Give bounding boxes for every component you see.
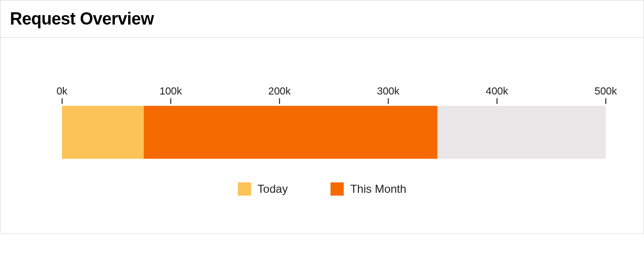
legend-label: This Month (350, 182, 407, 196)
card-body: 0k100k200k300k400k500k TodayThis Month (0, 38, 644, 233)
axis-tick: 400k (486, 85, 508, 104)
bar-track (62, 106, 606, 159)
axis-tick-label: 200k (268, 85, 291, 97)
card-header: Request Overview (0, 0, 644, 38)
axis-tick-mark (388, 98, 389, 104)
axis-tick: 500k (594, 85, 617, 104)
bar-segment-this-month (144, 106, 437, 159)
axis-tick: 100k (159, 85, 182, 104)
legend-item-today: Today (238, 182, 288, 196)
request-overview-card: Request Overview 0k100k200k300k400k500k … (0, 0, 644, 234)
chart-area: 0k100k200k300k400k500k TodayThis Month (38, 85, 606, 196)
legend-swatch (238, 182, 251, 196)
legend-item-this-month: This Month (331, 182, 407, 196)
axis-tick-label: 0k (56, 85, 67, 97)
axis-tick-mark (170, 98, 171, 104)
bar-segment-today (62, 106, 144, 159)
x-axis: 0k100k200k300k400k500k (62, 85, 606, 104)
axis-tick: 0k (56, 85, 67, 104)
axis-tick-label: 400k (486, 85, 508, 97)
axis-tick-mark (61, 98, 62, 104)
legend: TodayThis Month (38, 182, 606, 196)
axis-tick: 300k (377, 85, 400, 104)
axis-tick: 200k (268, 85, 291, 104)
axis-tick-mark (496, 98, 497, 104)
legend-label: Today (258, 182, 288, 196)
card-title: Request Overview (10, 9, 634, 29)
axis-tick-label: 100k (159, 85, 182, 97)
axis-tick-label: 300k (377, 85, 400, 97)
axis-tick-mark (605, 98, 606, 104)
legend-swatch (331, 182, 344, 196)
axis-tick-mark (279, 98, 280, 104)
axis-tick-label: 500k (594, 85, 617, 97)
